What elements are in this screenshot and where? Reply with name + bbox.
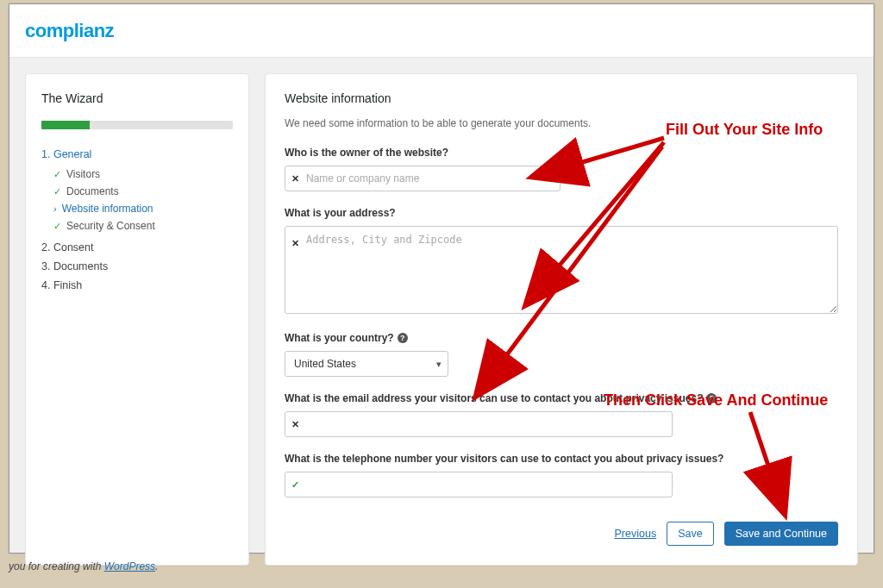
page-title: Website information (285, 91, 838, 105)
help-icon[interactable]: ? (706, 393, 717, 403)
wizard-main-panel: Website information We need some informa… (265, 73, 858, 566)
error-icon: ✕ (291, 238, 299, 249)
substep-security-consent[interactable]: ✓ Security & Consent (53, 217, 233, 235)
check-icon: ✓ (53, 222, 61, 231)
wizard-step-general[interactable]: 1. General (41, 145, 233, 164)
substep-documents[interactable]: ✓ Documents (53, 183, 233, 200)
sidebar-title: The Wizard (41, 91, 233, 105)
email-label: What is the email address your visitors … (285, 392, 838, 404)
save-button[interactable]: Save (667, 522, 714, 546)
owner-label: Who is the owner of the website? (285, 147, 838, 159)
previous-link[interactable]: Previous (615, 528, 657, 540)
wizard-step-documents[interactable]: 3. Documents (41, 257, 233, 276)
error-icon: ✕ (291, 419, 299, 430)
page-intro: We need some information to be able to g… (285, 117, 838, 129)
help-icon[interactable]: ? (398, 333, 408, 343)
country-label: What is your country? ? (285, 332, 838, 344)
check-icon: ✓ (53, 170, 61, 179)
owner-input[interactable] (285, 166, 560, 191)
save-continue-button[interactable]: Save and Continue (724, 522, 838, 546)
brand-logo: complianz (25, 20, 114, 42)
substep-website-information[interactable]: › Website information (53, 200, 233, 217)
check-icon: ✓ (291, 479, 299, 491)
address-label: What is your address? (285, 207, 838, 219)
address-input[interactable] (285, 226, 838, 314)
error-icon: ✕ (291, 173, 299, 185)
wordpress-link[interactable]: WordPress (104, 560, 155, 572)
phone-input[interactable] (285, 472, 673, 497)
wizard-step-finish[interactable]: 4. Finish (41, 276, 233, 295)
substep-visitors[interactable]: ✓ Visitors (53, 166, 233, 183)
wizard-progress (41, 121, 233, 129)
email-input[interactable] (285, 411, 673, 437)
check-icon: ✓ (53, 187, 61, 197)
wizard-sidebar: The Wizard 1. General ✓ Visitors ✓ Docum… (25, 73, 249, 566)
footer-credit: you for creating with WordPress. (9, 560, 158, 572)
country-select[interactable]: United States (285, 351, 448, 377)
wizard-step-consent[interactable]: 2. Consent (41, 238, 233, 257)
phone-label: What is the telephone number your visito… (285, 453, 838, 465)
app-header: complianz (9, 4, 874, 58)
chevron-right-icon: › (53, 204, 57, 214)
